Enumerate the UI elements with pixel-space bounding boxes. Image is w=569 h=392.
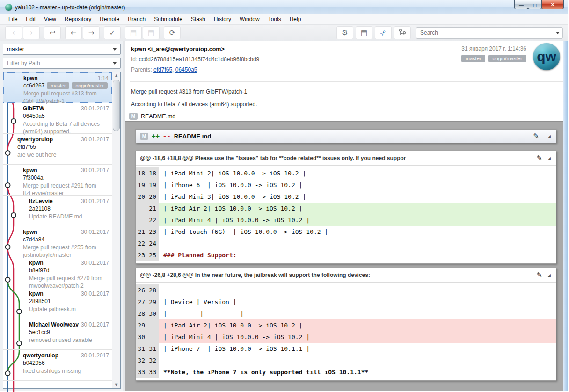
hunk-card: @@ -18,6 +18,8 @@ Please use the "Issues… <box>135 151 556 264</box>
branch-view-button[interactable] <box>394 26 411 39</box>
scissors-icon: ✂ <box>378 28 388 38</box>
scroll-up-icon[interactable]: ▲ <box>115 72 117 79</box>
diff-line: 3131| iPhone 7 | iOS 10.0.0 -> iOS 10.1.… <box>136 343 556 355</box>
stash-box-icon: ▤ <box>130 29 137 37</box>
commit-author: kpwn <box>23 75 38 81</box>
code-text <box>159 238 556 249</box>
path-filter-placeholder: Filter by Path <box>7 60 40 66</box>
history-forward-button: › <box>23 26 40 39</box>
close-button[interactable]: × <box>541 0 564 9</box>
window-controls: — ◻ × <box>515 0 564 9</box>
menu-item-view[interactable]: View <box>40 15 60 24</box>
changed-file-name: README.md <box>141 113 175 120</box>
commit-list: kpwn1:14cc6d267masterorigin/masterMerge … <box>3 72 121 389</box>
window-title: yalu102 - master - up-to-date (origin/ma… <box>15 4 125 11</box>
edit-hunk-icon[interactable]: ✎ <box>536 271 542 279</box>
additions-marker: ++ <box>152 132 160 140</box>
diff-hunks: @@ -18,6 +18,8 @@ Please use the "Issues… <box>135 151 568 381</box>
code-text: | iPad Mini 2| iOS 10.0.0 -> iOS 10.2 | <box>159 167 556 179</box>
menu-item-file[interactable]: File <box>4 15 22 24</box>
scroll-down-icon[interactable]: ▼ <box>115 381 117 388</box>
old-line-number <box>136 214 147 226</box>
code-text: | iPad Mini 4 | iOS 10.0.0 -> iOS 10.2 | <box>159 331 556 343</box>
collapse-hunk-icon[interactable]: ◢ <box>548 156 551 160</box>
commit-row[interactable]: kpwn30.01.20177f3004aMerge pull request … <box>3 165 112 196</box>
pull-button[interactable]: ← <box>65 26 82 39</box>
commit-date: 30.01.2017 <box>79 136 109 143</box>
avatar: qw <box>533 43 560 70</box>
path-filter[interactable]: Filter by Path <box>3 58 121 69</box>
old-line-number: 32 <box>136 355 147 366</box>
menu-item-help[interactable]: Help <box>285 15 306 24</box>
menu-item-branch[interactable]: Branch <box>124 15 150 24</box>
old-line-number: 20 <box>136 191 147 203</box>
new-line-number: 25 <box>147 249 159 261</box>
commit-row[interactable]: kpwn30.01.20172898501Update jailbreak.m <box>3 288 112 319</box>
hunk-header: @@ -18,6 +18,8 @@ Please use the "Issues… <box>136 151 556 166</box>
menu-item-remote[interactable]: Remote <box>95 15 124 24</box>
push-button[interactable]: → <box>83 26 100 39</box>
diff-line: 22| iPad Mini 4 | iOS 10.0.0 -> iOS 10.2… <box>136 214 556 226</box>
commit-date: 31 января 2017 г. 1:14:36 <box>461 45 526 52</box>
branch-selector[interactable]: master <box>3 44 121 55</box>
collapse-hunk-icon[interactable]: ◢ <box>548 273 551 277</box>
commit-author: ItzLevvie <box>29 198 53 204</box>
commit-message: are we out here <box>17 151 109 159</box>
diff-line: 3232 <box>136 355 556 366</box>
parent-link[interactable]: efd7f65 <box>153 66 172 73</box>
old-line-number: 30 <box>136 331 147 343</box>
commit-row[interactable]: qwertyoruiop30.01.2017efd7f65are we out … <box>3 134 112 165</box>
code-text: | iPad Mini 4 | iOS 10.0.0 -> iOS 10.2 | <box>159 214 556 226</box>
new-line-number: 28 <box>147 284 159 296</box>
menu-item-tools[interactable]: Tools <box>264 15 285 24</box>
refresh-button[interactable]: ⟳ <box>164 26 181 39</box>
undo-button[interactable]: ↩ <box>44 26 61 39</box>
menu-item-edit[interactable]: Edit <box>22 15 40 24</box>
commit-author: kpwn <box>29 260 44 266</box>
commit-row[interactable]: kpwn30.01.2017b8ef97dMerge pull request … <box>3 257 112 288</box>
menu-item-window[interactable]: Window <box>235 15 264 24</box>
parent-link[interactable]: 06450a5 <box>175 66 197 73</box>
commit-row[interactable]: kpwn30.01.2017c7d4a84Merge pull request … <box>3 226 112 257</box>
diff-line: 2123| iPod touch (6G) | iOS 10.0.0 -> iO… <box>136 226 556 238</box>
commit-author: GibFTW <box>23 105 44 112</box>
menu-bar: FileEditViewRepositoryRemoteBranchSubmod… <box>0 14 568 25</box>
old-line-number: 23 <box>136 249 147 261</box>
commit-message: Merge pull request #255 from justinoboyl… <box>23 244 109 259</box>
commit-row[interactable]: Michael Woolweaver30.01.20175ec1cc9remov… <box>3 319 112 350</box>
commit-row[interactable]: qwertyoruiop30.01.2017b042956fixed crash… <box>3 350 112 381</box>
diff-tool-button[interactable]: ✂ <box>375 26 392 39</box>
branch-badge: master <box>461 55 486 62</box>
code-text: | iPhone 6 | iOS 10.0.0 -> iOS 10.2 | <box>159 179 556 191</box>
commit-hash: 06450a5 <box>23 113 45 119</box>
commit-row[interactable]: kpwn1:14cc6d267masterorigin/masterMerge … <box>3 72 112 103</box>
scrollbar-thumb[interactable] <box>113 80 120 131</box>
search-input[interactable] <box>419 29 556 36</box>
panel-scrollbar[interactable] <box>563 41 568 391</box>
maximize-button[interactable]: ◻ <box>528 0 542 9</box>
commit-row[interactable]: ItzLevvie30.01.20172a21108Update README.… <box>3 196 112 226</box>
settings-button[interactable]: ⚙ <box>336 26 353 39</box>
commit-list-scrollbar[interactable]: ▲ ▼ <box>112 72 120 388</box>
menu-item-history[interactable]: History <box>210 15 235 24</box>
collapse-icon[interactable]: ◢ <box>548 134 551 138</box>
diff-line: 2325### Planned Support: <box>136 249 556 261</box>
edit-file-icon[interactable]: ✎ <box>533 132 539 140</box>
menu-item-submodule[interactable]: Submodule <box>150 15 187 24</box>
commit-button[interactable]: ✓ <box>104 26 121 39</box>
console-button[interactable]: ▤ <box>356 26 372 39</box>
commit-row[interactable]: GibFTW30.01.201706450a5According to Beta… <box>3 103 112 134</box>
menu-item-stash[interactable]: Stash <box>187 15 210 24</box>
old-line-number: 27 <box>136 296 147 308</box>
menu-item-repository[interactable]: Repository <box>60 15 95 24</box>
minimize-button[interactable]: — <box>514 0 528 9</box>
new-line-number: 32 <box>147 355 159 366</box>
old-line-number: 19 <box>136 179 147 191</box>
changed-file-row[interactable]: M README.md <box>125 111 568 121</box>
code-text: | iPad Mini 3| iOS 10.0.0 -> iOS 10.2 | <box>159 191 556 203</box>
search-dropdown-caret-icon[interactable] <box>556 32 560 34</box>
toolbar-group: ⟳ <box>164 26 181 39</box>
code-text: | iPhone 7 | iOS 10.0.0 -> iOS 10.1.1 | <box>159 343 556 355</box>
new-line-number <box>147 319 159 331</box>
edit-hunk-icon[interactable]: ✎ <box>536 154 542 162</box>
